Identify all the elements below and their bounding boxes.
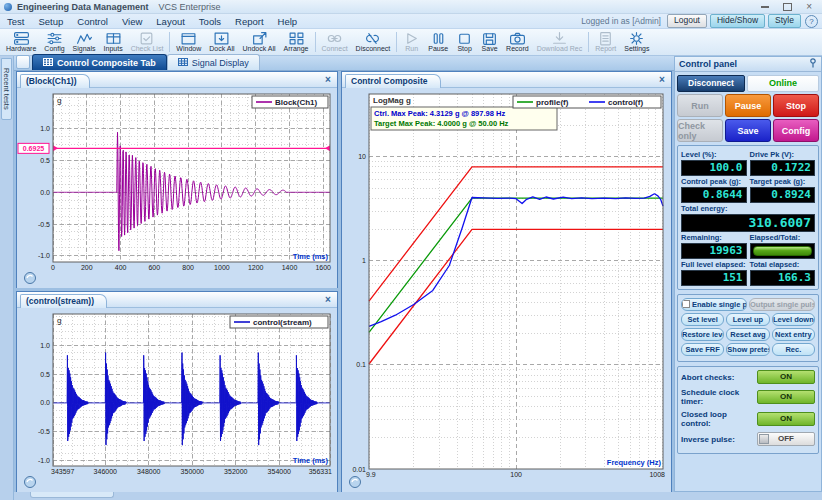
rec-button[interactable]: Rec. [772, 343, 815, 356]
maximize-icon[interactable] [783, 3, 792, 11]
close-icon[interactable]: × [322, 74, 334, 85]
menu-item-layout[interactable]: Layout [149, 14, 192, 29]
svg-text:g: g [57, 96, 61, 105]
block-panel-title[interactable]: (Block(Ch1)) [20, 74, 90, 88]
toolbar-settings[interactable]: Settings [620, 29, 653, 55]
readout-control-peak-g: Control peak (g):0.8644 [681, 176, 747, 203]
toggle-abort-checks[interactable]: ON [757, 370, 815, 384]
toggle-label-closed-loop-control: Closed loop control: [681, 410, 757, 428]
logout-button[interactable]: Logout [667, 14, 707, 28]
app-icon [4, 3, 12, 11]
minimize-icon[interactable] [761, 6, 769, 8]
menu-item-report[interactable]: Report [228, 14, 271, 29]
lcd-value: 151 [681, 270, 747, 286]
elapsed-progress-bar [750, 243, 816, 259]
close-icon[interactable]: × [656, 74, 668, 85]
hide-show-button[interactable]: Hide/Show [710, 14, 765, 28]
stop-button[interactable]: Stop [773, 94, 819, 117]
svg-text:400: 400 [115, 264, 127, 271]
toolbar-config[interactable]: Config [40, 29, 68, 55]
recent-tests-tab[interactable]: Recent tests [1, 58, 12, 120]
dock-icon [213, 31, 230, 45]
toolbar-stop[interactable]: Stop [452, 29, 477, 55]
svg-text:1.0: 1.0 [40, 125, 50, 132]
svg-text:0.6925: 0.6925 [23, 145, 45, 152]
menu-item-control[interactable]: Control [70, 14, 115, 29]
chart-nav-icon[interactable] [25, 477, 36, 488]
pause-button[interactable]: Pause [725, 94, 771, 117]
toolbar-connect: Connect [318, 29, 352, 55]
inputs-icon [105, 31, 122, 45]
level-down-button[interactable]: Level down [772, 313, 815, 326]
toolbar-undock-all[interactable]: Undock All [239, 29, 280, 55]
level-up-button[interactable]: Level up [726, 313, 769, 326]
reset-avg-button[interactable]: Reset avg [726, 328, 769, 341]
restore-level-button[interactable]: Restore level [681, 328, 724, 341]
next-entry-button[interactable]: Next entry [772, 328, 815, 341]
checkbox-icon [682, 300, 690, 308]
chart-legend: Block(Ch1) [252, 96, 328, 108]
readout-remaining: Remaining:19963 [681, 232, 747, 259]
svg-text:346000: 346000 [94, 468, 117, 475]
stream-panel-header: (control(stream)) × [17, 292, 337, 308]
menu-item-view[interactable]: View [115, 14, 149, 29]
help-icon[interactable]: ? [805, 15, 818, 28]
svg-text:343597: 343597 [51, 468, 74, 475]
toggle-inverse-pulse[interactable]: OFF [757, 432, 815, 446]
toolbar-inputs[interactable]: Inputs [100, 29, 127, 55]
save-frf-button[interactable]: Save FRF [681, 343, 724, 356]
toolbar-window[interactable]: Window [172, 29, 205, 55]
logged-in-label: Logged in as [Admin] [581, 16, 661, 26]
show-pretest-button[interactable]: Show pretest [726, 343, 769, 356]
chart-nav-icon[interactable] [350, 477, 361, 488]
toolbar-pause[interactable]: Pause [424, 29, 452, 55]
settings-icon [628, 31, 645, 45]
readout-full-level-elapsed: Full level elapsed:151 [681, 259, 747, 286]
menu-item-tools[interactable]: Tools [192, 14, 228, 29]
toggle-schedule-clock-timer[interactable]: ON [757, 390, 815, 404]
bottom-minimized-tab[interactable] [30, 492, 114, 498]
toolbar-report: Report [591, 29, 620, 55]
composite-panel-title[interactable]: Control Composite [345, 74, 441, 88]
svg-text:0.5: 0.5 [40, 371, 50, 378]
tab-control-composite-tab[interactable]: Control Composite Tab [32, 54, 167, 70]
lcd-value: 0.1722 [750, 160, 816, 176]
app-title: Engineering Data Management [17, 2, 149, 12]
menu-item-test[interactable]: Test [0, 14, 31, 29]
svg-text:1.0: 1.0 [40, 342, 50, 349]
toggle-closed-loop-control[interactable]: ON [757, 412, 815, 426]
toolbar-record[interactable]: Record [502, 29, 533, 55]
svg-text:0.0: 0.0 [40, 189, 50, 196]
toolbar-disconnect[interactable]: Disconnect [352, 29, 395, 55]
toolbar-arrange[interactable]: Arrange [280, 29, 313, 55]
block-chart-panel: (Block(Ch1)) × 0.6925Block(Ch1)1.00.50.0… [16, 71, 338, 288]
tab-strip-button[interactable] [16, 55, 30, 69]
set-level-button[interactable]: Set level [681, 313, 724, 326]
svg-text:Time (ms): Time (ms) [293, 252, 329, 261]
config-button[interactable]: Config [773, 119, 819, 142]
svg-text:Ctrl. Max Peak: 4.3129 g @ 897: Ctrl. Max Peak: 4.3129 g @ 897.98 Hz [374, 109, 505, 118]
pin-icon[interactable] [809, 58, 817, 70]
stream-panel-title[interactable]: (control(stream)) [20, 294, 107, 308]
download-icon [551, 31, 568, 45]
tab-signal-display[interactable]: Signal Display [167, 54, 260, 70]
toggle-label-abort-checks: Abort checks: [681, 373, 757, 382]
svg-text:9.9: 9.9 [366, 471, 376, 478]
close-icon[interactable]: × [806, 2, 812, 12]
svg-text:1: 1 [362, 257, 366, 264]
chart-nav-icon[interactable] [25, 273, 36, 284]
toolbar-save[interactable]: Save [477, 29, 502, 55]
toolbar-hardware[interactable]: Hardware [2, 29, 40, 55]
svg-text:356331: 356331 [309, 468, 332, 475]
save-button[interactable]: Save [725, 119, 771, 142]
svg-text:1008: 1008 [649, 471, 665, 478]
toolbar-dock-all[interactable]: Dock All [205, 29, 238, 55]
menu-item-help[interactable]: Help [271, 14, 305, 29]
toolbar-signals[interactable]: Signals [69, 29, 100, 55]
close-icon[interactable]: × [322, 294, 334, 305]
menu-item-setup[interactable]: Setup [31, 14, 70, 29]
disconnect-button[interactable]: Disconnect [677, 75, 745, 92]
style-button[interactable]: Style [768, 14, 801, 28]
toolbar-run: Run [399, 29, 424, 55]
enable-single-pulse-button[interactable]: Enable single pulse [681, 298, 747, 311]
